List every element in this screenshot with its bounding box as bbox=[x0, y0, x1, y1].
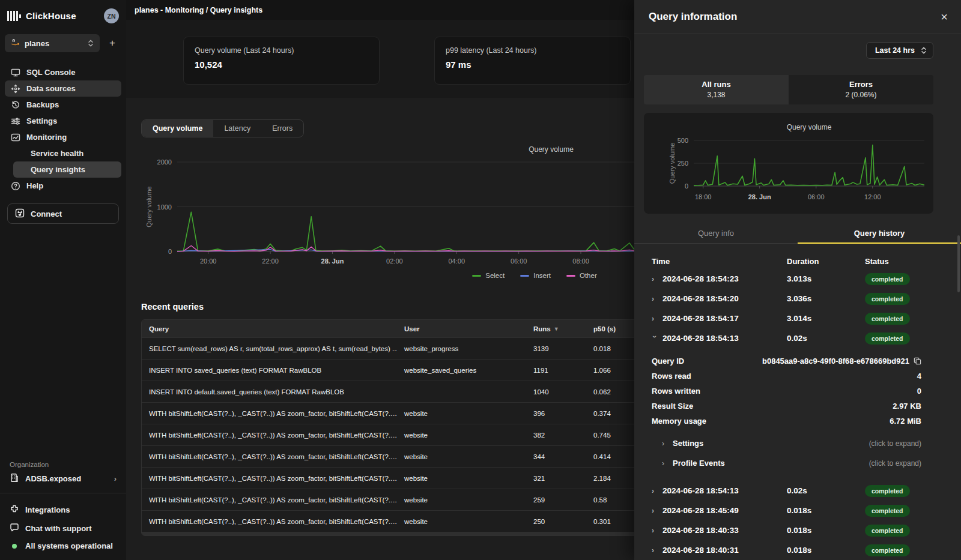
detail-value: 6.72 MiB bbox=[890, 417, 921, 426]
expander-label: Profile Events bbox=[673, 459, 725, 468]
query-information-panel: Query information × Last 24 hrs All runs… bbox=[634, 0, 961, 560]
svg-text:12:00: 12:00 bbox=[864, 193, 881, 200]
sidebar-item-integrations[interactable]: Integrations bbox=[0, 501, 126, 519]
range-row: Last 24 hrs bbox=[634, 34, 961, 59]
cell-query: WITH bitShiftLeft(CAST(?..), _CAST(?..))… bbox=[142, 432, 397, 439]
sidebar-item-data-sources[interactable]: Data sources bbox=[5, 80, 121, 97]
legend-item[interactable]: Insert bbox=[520, 272, 551, 279]
cell-runs: 3139 bbox=[526, 345, 586, 352]
time-range-select[interactable]: Last 24 hrs bbox=[866, 42, 933, 59]
cell-query: WITH bitShiftLeft(CAST(?..), _CAST(?..))… bbox=[142, 496, 397, 504]
cell-runs: 1040 bbox=[526, 388, 586, 396]
sidebar-item-settings[interactable]: Settings bbox=[5, 113, 121, 129]
sidebar-item-sql-console[interactable]: SQL Console bbox=[5, 64, 121, 80]
sidebar-item-label: Service health bbox=[31, 149, 83, 158]
history-row[interactable]: ›2024-06-28 18:54:20 3.036s completed bbox=[652, 289, 937, 309]
expander-row[interactable]: › Settings (click to expand) bbox=[662, 433, 921, 453]
cell-user: website bbox=[397, 496, 526, 504]
expander-hint: (click to expand) bbox=[869, 459, 921, 468]
history-time: 2024-06-28 18:54:13 bbox=[662, 486, 739, 495]
connect-icon bbox=[15, 208, 25, 220]
history-duration: 0.018s bbox=[787, 526, 865, 535]
expand-chevron-icon[interactable]: › bbox=[652, 487, 658, 495]
svg-text:0: 0 bbox=[168, 248, 172, 255]
status-badge: completed bbox=[865, 313, 910, 325]
expander-row[interactable]: › Profile Events (click to expand) bbox=[662, 453, 921, 473]
segment[interactable]: Errors 2 (0.06%) bbox=[789, 75, 933, 104]
history-row[interactable]: ›2024-06-28 18:54:13 0.02s completed bbox=[652, 481, 937, 501]
history-row[interactable]: ›2024-06-28 18:40:33 0.018s completed bbox=[652, 520, 937, 540]
sidebar-item-backups[interactable]: Backups bbox=[5, 97, 121, 113]
sidebar-item-label: SQL Console bbox=[26, 68, 75, 77]
organization-label: Organization bbox=[0, 461, 126, 473]
history-column-duration: Duration bbox=[787, 257, 865, 266]
expand-chevron-icon[interactable]: › bbox=[652, 507, 658, 515]
stat-card: Query volume (Last 24 hours) 10,524 bbox=[183, 37, 380, 85]
expand-chevron-icon[interactable]: › bbox=[652, 315, 658, 323]
sidebar-item-label: Integrations bbox=[25, 505, 70, 514]
service-selector[interactable]: planes bbox=[5, 34, 100, 52]
expand-chevron-icon[interactable]: › bbox=[652, 275, 658, 283]
legend-item[interactable]: Other bbox=[566, 272, 597, 279]
chart-tab[interactable]: Query volume bbox=[142, 120, 213, 137]
cell-runs: 396 bbox=[526, 410, 586, 417]
status-badge: completed bbox=[865, 273, 910, 285]
stat-label: p99 latency (Last 24 hours) bbox=[446, 46, 619, 55]
svg-text:Query volume: Query volume bbox=[145, 186, 153, 227]
column-header-runs[interactable]: Runs▼ bbox=[526, 325, 586, 333]
panel-tabs: Query info Query history bbox=[634, 223, 961, 244]
sidebar-item-query-insights[interactable]: Query insights bbox=[13, 161, 121, 178]
history-row[interactable]: ›2024-06-28 18:54:23 3.013s completed bbox=[652, 269, 937, 289]
panel-tab[interactable]: Query info bbox=[634, 223, 798, 243]
history-time: 2024-06-28 18:54:17 bbox=[662, 314, 739, 323]
sidebar-item-help[interactable]: Help bbox=[5, 178, 121, 194]
service-row: planes + bbox=[0, 29, 126, 56]
time-range-value: Last 24 hrs bbox=[875, 46, 915, 55]
column-header-user[interactable]: User bbox=[397, 325, 526, 333]
query-history-more: ›2024-06-28 18:54:13 0.02s completed ›20… bbox=[634, 473, 961, 560]
sidebar-item-monitoring[interactable]: Monitoring bbox=[5, 129, 121, 145]
cell-user: website bbox=[397, 518, 526, 525]
system-status[interactable]: All systems operational bbox=[0, 538, 126, 554]
legend-item[interactable]: Select bbox=[472, 272, 505, 279]
history-row[interactable]: ›2024-06-28 18:40:31 0.018s completed bbox=[652, 540, 937, 560]
expand-chevron-icon[interactable]: › bbox=[652, 546, 658, 555]
chart-tab[interactable]: Errors bbox=[261, 120, 303, 137]
history-row[interactable]: ›2024-06-28 18:45:49 0.018s completed bbox=[652, 501, 937, 520]
detail-row: Memory usage 6.72 MiB bbox=[652, 414, 921, 429]
scrollbar-thumb[interactable] bbox=[957, 235, 960, 292]
mini-query-volume-chart: 025050018:0028. Jun06:0012:00Query volum… bbox=[644, 113, 933, 214]
user-avatar[interactable]: ZN bbox=[104, 8, 119, 23]
svg-text:2000: 2000 bbox=[157, 158, 172, 166]
panel-tab[interactable]: Query history bbox=[798, 223, 961, 243]
cell-runs: 382 bbox=[526, 432, 586, 439]
copy-icon[interactable] bbox=[914, 357, 921, 365]
history-row[interactable]: ›2024-06-28 18:54:17 3.014s completed bbox=[652, 309, 937, 328]
cell-user: website_saved_queries bbox=[397, 367, 526, 374]
chat-icon bbox=[10, 523, 19, 534]
svg-text:18:00: 18:00 bbox=[695, 193, 712, 200]
svg-text:0: 0 bbox=[685, 182, 688, 190]
chart-tab[interactable]: Latency bbox=[213, 120, 261, 137]
select-updown-icon bbox=[88, 39, 94, 47]
detail-value: b0845aa9-a8c9-49f0-8f68-e678669bd921 bbox=[762, 357, 909, 366]
cell-query: INSERT INTO default.saved_queries (text)… bbox=[142, 388, 397, 396]
cell-runs: 1191 bbox=[526, 367, 586, 374]
sidebar-item-service-health[interactable]: Service health bbox=[13, 145, 121, 161]
legend-swatch bbox=[520, 275, 529, 277]
expand-chevron-icon[interactable]: › bbox=[652, 295, 658, 303]
expand-chevron-icon[interactable]: › bbox=[650, 336, 659, 342]
clickhouse-app: ClickHouse ZN planes + bbox=[0, 0, 961, 560]
sidebar-item-chat-support[interactable]: Chat with support bbox=[0, 519, 126, 538]
legend-label: Other bbox=[580, 272, 597, 279]
organization-switcher[interactable]: ADSB.exposed › bbox=[0, 473, 126, 493]
expander-label: Settings bbox=[673, 439, 703, 448]
connect-button[interactable]: Connect bbox=[7, 203, 119, 224]
data-sources-icon bbox=[11, 84, 20, 94]
column-header-query[interactable]: Query bbox=[142, 325, 397, 333]
segment[interactable]: All runs 3,138 bbox=[644, 75, 789, 104]
add-service-button[interactable]: + bbox=[106, 37, 119, 49]
close-icon[interactable]: × bbox=[941, 11, 948, 23]
expand-chevron-icon[interactable]: › bbox=[652, 526, 658, 535]
history-row[interactable]: ›2024-06-28 18:54:13 0.02s completed bbox=[652, 328, 937, 348]
